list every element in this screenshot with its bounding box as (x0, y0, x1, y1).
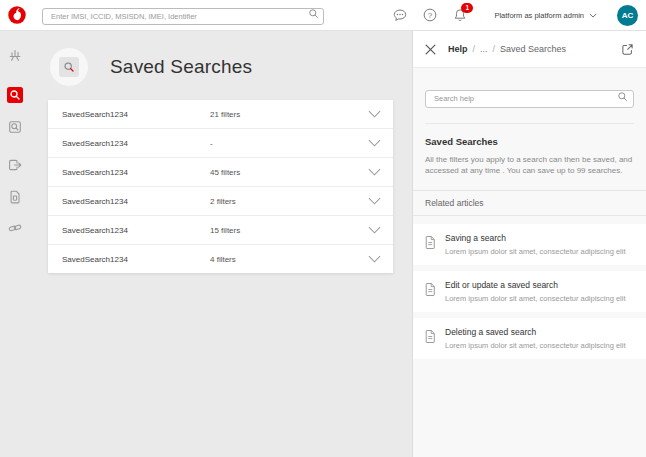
global-search (42, 5, 324, 25)
main-content: Saved Searches SavedSearch1234 21 filter… (30, 31, 412, 457)
sidebar-item-search[interactable] (7, 87, 23, 103)
saved-search-filter-count: 45 filters (210, 168, 240, 177)
help-icon[interactable]: ? (422, 7, 438, 23)
links-icon (7, 220, 23, 236)
help-panel-header: Help / ... / Saved Searches (413, 31, 646, 68)
page-icon-circle (50, 48, 88, 86)
saved-search-row[interactable]: SavedSearch1234 45 filters (48, 158, 393, 187)
open-external-icon[interactable] (621, 43, 634, 56)
breadcrumb: Help / ... / Saved Searches (448, 44, 621, 54)
help-topic-title: Saved Searches (425, 136, 634, 147)
notifications-bell-icon[interactable]: 1 (452, 7, 468, 23)
chevron-down-icon[interactable] (368, 139, 381, 147)
saved-search-name: SavedSearch1234 (62, 197, 128, 206)
global-search-input[interactable] (42, 8, 324, 25)
chevron-down-icon[interactable] (368, 110, 381, 118)
document-icon (424, 329, 436, 344)
saved-search-filter-count: 21 filters (210, 110, 240, 119)
search-icon[interactable] (617, 91, 628, 102)
analytics-icon (7, 47, 23, 63)
breadcrumb-help[interactable]: Help (448, 44, 468, 54)
help-topic-body: All the filters you apply to a search ca… (425, 154, 633, 176)
article-description: Lorem ipsum dolor sit amet, consectetur … (445, 247, 626, 256)
article-description: Lorem ipsum dolor sit amet, consectetur … (445, 294, 626, 303)
sidebar-item-export[interactable] (7, 157, 23, 173)
notification-badge: 1 (461, 3, 473, 13)
topbar-actions: ? 1 Platform as platform admin AC (392, 5, 638, 26)
role-selector-label: Platform as platform admin (494, 11, 584, 20)
breadcrumb-current: Saved Searches (500, 44, 566, 54)
sidebar-item-connections[interactable] (7, 220, 23, 236)
close-icon[interactable] (425, 44, 436, 55)
saved-search-row[interactable]: SavedSearch1234 2 filters (48, 187, 393, 216)
role-selector[interactable]: Platform as platform admin (494, 11, 597, 20)
help-topic: Saved Searches All the filters you apply… (413, 124, 646, 176)
avatar[interactable]: AC (617, 5, 638, 26)
breadcrumb-ellipsis[interactable]: ... (480, 44, 488, 54)
help-search-input[interactable] (425, 90, 634, 108)
chat-icon[interactable] (392, 7, 408, 23)
saved-search-row[interactable]: SavedSearch1234 4 filters (48, 245, 393, 273)
saved-search-filter-count: 4 filters (210, 255, 236, 264)
help-panel: Help / ... / Saved Searches Saved Search… (412, 31, 646, 457)
sidebar-item-saved-searches[interactable] (7, 119, 23, 135)
chevron-down-icon (589, 13, 597, 18)
help-search (425, 87, 634, 124)
saved-search-name: SavedSearch1234 (62, 226, 128, 235)
saved-search-row[interactable]: SavedSearch1234 15 filters (48, 216, 393, 245)
svg-text:?: ? (428, 11, 433, 20)
saved-search-row[interactable]: SavedSearch1234 - (48, 129, 393, 158)
sidebar-item-analytics[interactable] (7, 47, 23, 63)
search-icon[interactable] (308, 8, 319, 19)
article-description: Lorem ipsum dolor sit amet, consectetur … (445, 341, 626, 350)
saved-search-name: SavedSearch1234 (62, 110, 128, 119)
breadcrumb-separator: / (493, 44, 496, 54)
breadcrumb-separator: / (473, 44, 476, 54)
saved-search-name: SavedSearch1234 (62, 139, 128, 148)
article-title: Edit or update a saved search (445, 280, 626, 290)
chevron-down-icon[interactable] (368, 197, 381, 205)
search-icon (7, 87, 23, 103)
chevron-down-icon[interactable] (368, 168, 381, 176)
saved-search-filter-count: 15 filters (210, 226, 240, 235)
saved-search-name: SavedSearch1234 (62, 255, 128, 264)
related-article[interactable]: Edit or update a saved search Lorem ipsu… (413, 271, 646, 312)
document-icon (424, 235, 436, 250)
saved-search-list: SavedSearch1234 21 filters SavedSearch12… (48, 100, 393, 273)
saved-search-filter-count: 2 filters (210, 197, 236, 206)
sidebar-item-sims[interactable] (7, 189, 23, 205)
saved-search-filter-count: - (210, 139, 213, 148)
related-article[interactable]: Deleting a saved search Lorem ipsum dolo… (413, 318, 646, 359)
document-icon (424, 282, 436, 297)
topbar: ? 1 Platform as platform admin AC (0, 0, 646, 31)
saved-search-row[interactable]: SavedSearch1234 21 filters (48, 100, 393, 129)
chevron-down-icon[interactable] (368, 255, 381, 263)
sim-icon (7, 189, 23, 205)
sidebar (0, 31, 30, 457)
saved-search-icon (59, 57, 79, 77)
related-articles-header: Related articles (413, 190, 646, 216)
article-title: Deleting a saved search (445, 327, 626, 337)
saved-search-name: SavedSearch1234 (62, 168, 128, 177)
folder-search-icon (7, 119, 23, 135)
related-articles-list: Saving a search Lorem ipsum dolor sit am… (413, 224, 646, 359)
vodafone-logo-icon[interactable] (8, 6, 26, 24)
related-article[interactable]: Saving a search Lorem ipsum dolor sit am… (413, 224, 646, 265)
article-title: Saving a search (445, 233, 626, 243)
chevron-down-icon[interactable] (368, 226, 381, 234)
page-header: Saved Searches (50, 48, 252, 86)
share-icon (7, 157, 23, 173)
page-title: Saved Searches (110, 56, 252, 78)
